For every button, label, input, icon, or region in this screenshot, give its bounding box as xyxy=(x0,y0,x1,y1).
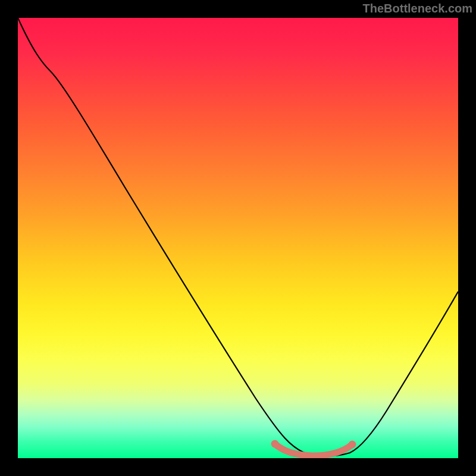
optimal-left-dot xyxy=(271,440,279,448)
watermark-text: TheBottleneck.com xyxy=(363,2,472,15)
optimal-right-dot xyxy=(349,441,356,449)
plot-area xyxy=(18,18,458,458)
curve-svg xyxy=(18,18,458,458)
optimal-range-marker-path xyxy=(275,444,352,456)
bottleneck-curve-path xyxy=(18,18,458,456)
